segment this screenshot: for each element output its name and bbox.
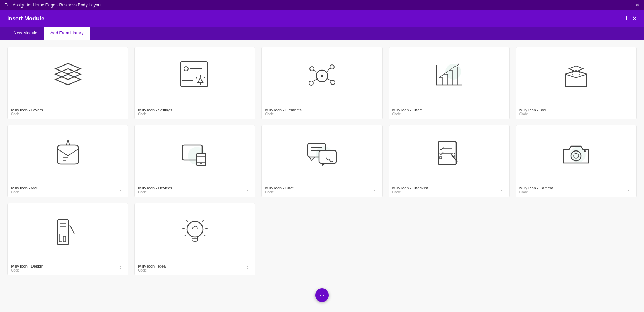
modal-close-icon[interactable]: ✕ [632, 15, 637, 22]
card-menu-camera[interactable]: ⋮ [624, 187, 633, 193]
card-icon-camera [516, 125, 636, 183]
card-icon-settings [135, 47, 255, 105]
card-name-camera: Milly Icon - Camera [519, 186, 624, 190]
floating-button[interactable]: ··· [315, 288, 329, 302]
card-name-idea: Milly Icon - Idea [138, 264, 243, 268]
content-area: Milly Icon - Layers Code ⋮ Milly Icon - … [0, 40, 644, 312]
card-type-chart: Code [392, 112, 497, 116]
svg-line-18 [314, 70, 318, 73]
card-type-box: Code [519, 112, 624, 116]
card-layers[interactable]: Milly Icon - Layers Code ⋮ [7, 47, 128, 119]
card-info-design: Milly Icon - Design Code ⋮ [8, 261, 128, 275]
card-info-box: Milly Icon - Box Code ⋮ [516, 105, 636, 119]
card-text-mail: Milly Icon - Mail Code [11, 186, 116, 194]
card-chat[interactable]: Milly Icon - Chat Code ⋮ [261, 125, 382, 197]
card-text-settings: Milly Icon - Settings Code [138, 108, 243, 116]
svg-point-4 [184, 67, 188, 71]
title-bar: Edit Assign to: Home Page - Business Bod… [0, 0, 644, 10]
svg-rect-66 [63, 236, 66, 242]
card-text-checklist: Milly Icon - Checklist Code [392, 186, 497, 194]
card-type-devices: Code [138, 190, 243, 194]
card-info-chat: Milly Icon - Chat Code ⋮ [262, 183, 382, 197]
card-text-layers: Milly Icon - Layers Code [11, 108, 116, 116]
card-design[interactable]: Milly Icon - Design Code ⋮ [7, 203, 128, 275]
svg-marker-35 [66, 140, 70, 145]
card-menu-layers[interactable]: ⋮ [116, 109, 125, 115]
svg-line-10 [196, 77, 197, 78]
card-checklist[interactable]: Milly Icon - Checklist Code ⋮ [389, 125, 510, 197]
card-devices[interactable]: Milly Icon - Devices Code ⋮ [134, 125, 255, 197]
card-mail[interactable]: Milly Icon - Mail Code ⋮ [7, 125, 128, 197]
card-name-settings: Milly Icon - Settings [138, 108, 243, 112]
card-text-chat: Milly Icon - Chat Code [265, 186, 370, 194]
card-text-elements: Milly Icon - Elements Code [265, 108, 370, 116]
card-type-mail: Code [11, 190, 116, 194]
card-icon-devices [135, 125, 255, 183]
card-menu-devices[interactable]: ⋮ [243, 187, 252, 193]
card-menu-box[interactable]: ⋮ [624, 109, 633, 115]
card-name-design: Milly Icon - Design [11, 264, 116, 268]
card-text-design: Milly Icon - Design Code [11, 264, 116, 272]
card-menu-idea[interactable]: ⋮ [243, 265, 252, 272]
modal: Insert Module ⏸ ✕ New Module Add From Li… [0, 10, 644, 312]
card-type-chat: Code [265, 190, 370, 194]
card-icon-chat [262, 125, 382, 183]
card-icon-idea [135, 203, 255, 261]
card-info-elements: Milly Icon - Elements Code ⋮ [262, 105, 382, 119]
card-menu-checklist[interactable]: ⋮ [497, 187, 506, 193]
svg-point-43 [200, 163, 202, 164]
modal-title: Insert Module [7, 15, 44, 22]
card-type-elements: Code [265, 112, 370, 116]
card-icon-mail [8, 125, 128, 183]
card-icon-chart [389, 47, 509, 105]
svg-line-11 [204, 77, 205, 78]
card-name-layers: Milly Icon - Layers [11, 108, 116, 112]
card-menu-settings[interactable]: ⋮ [243, 109, 252, 115]
svg-rect-55 [440, 157, 442, 159]
card-elements[interactable]: Milly Icon - Elements Code ⋮ [261, 47, 382, 119]
card-menu-design[interactable]: ⋮ [116, 265, 125, 272]
card-camera[interactable]: Milly Icon - Camera Code ⋮ [516, 125, 637, 197]
card-settings[interactable]: Milly Icon - Settings Code ⋮ [134, 47, 255, 119]
card-info-settings: Milly Icon - Settings Code ⋮ [135, 105, 255, 119]
card-type-checklist: Code [392, 190, 497, 194]
card-menu-chart[interactable]: ⋮ [497, 109, 506, 115]
card-icon-box [516, 47, 636, 105]
svg-line-73 [202, 220, 203, 221]
card-info-layers: Milly Icon - Layers Code ⋮ [8, 105, 128, 119]
tab-add-from-library[interactable]: Add From Library [44, 27, 90, 40]
tab-new-module[interactable]: New Module [7, 27, 44, 40]
modal-header: Insert Module ⏸ ✕ [0, 10, 644, 27]
card-icon-layers [8, 47, 128, 105]
card-menu-elements[interactable]: ⋮ [370, 109, 379, 115]
title-bar-close[interactable]: ✕ [635, 2, 640, 8]
card-menu-mail[interactable]: ⋮ [116, 187, 125, 193]
card-info-checklist: Milly Icon - Checklist Code ⋮ [389, 183, 509, 197]
card-type-design: Code [11, 268, 116, 272]
card-type-camera: Code [519, 190, 624, 194]
card-menu-chat[interactable]: ⋮ [370, 187, 379, 193]
card-type-settings: Code [138, 112, 243, 116]
card-info-idea: Milly Icon - Idea Code ⋮ [135, 261, 255, 275]
module-grid: Milly Icon - Layers Code ⋮ Milly Icon - … [7, 47, 637, 275]
card-info-chart: Milly Icon - Chart Code ⋮ [389, 105, 509, 119]
svg-line-67 [70, 225, 74, 234]
svg-rect-3 [181, 62, 208, 87]
card-icon-elements [262, 47, 382, 105]
card-type-idea: Code [138, 268, 243, 272]
card-text-devices: Milly Icon - Devices Code [138, 186, 243, 194]
card-idea[interactable]: Milly Icon - Idea Code ⋮ [134, 203, 255, 275]
svg-point-16 [309, 81, 313, 85]
card-name-chat: Milly Icon - Chat [265, 186, 370, 190]
card-text-idea: Milly Icon - Idea Code [138, 264, 243, 272]
svg-line-72 [187, 220, 188, 221]
card-chart[interactable]: Milly Icon - Chart Code ⋮ [389, 47, 510, 119]
svg-point-13 [321, 75, 323, 77]
card-icon-checklist [389, 125, 509, 183]
pause-icon[interactable]: ⏸ [623, 15, 629, 22]
card-name-checklist: Milly Icon - Checklist [392, 186, 497, 190]
card-name-elements: Milly Icon - Elements [265, 108, 370, 112]
svg-line-21 [327, 78, 331, 81]
card-name-mail: Milly Icon - Mail [11, 186, 116, 190]
card-box[interactable]: Milly Icon - Box Code ⋮ [516, 47, 637, 119]
